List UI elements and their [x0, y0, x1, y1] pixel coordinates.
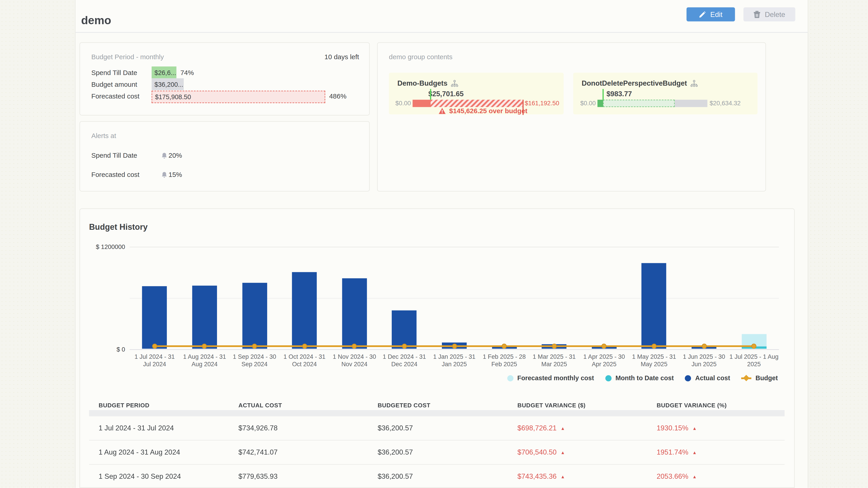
bar-max-label: $20,634.32 — [710, 100, 741, 107]
budget-period-row-label: Budget amount — [91, 80, 137, 88]
pencil-icon — [699, 11, 706, 18]
legend-item-label: Actual cost — [695, 375, 730, 381]
cell-budgeted-cost: $36,200.57 — [368, 424, 508, 432]
group-contents-card-title: demo group contents — [389, 53, 453, 61]
budget-period-card-title: Budget Period - monthly — [91, 53, 164, 61]
edit-button[interactable]: Edit — [686, 7, 735, 21]
budget-point-marker — [651, 344, 656, 348]
table-column-header: BUDGET PERIOD — [89, 401, 229, 408]
variance-up-icon: ▲ — [561, 426, 565, 431]
budget-period-row: Forecasted cost$175,908.50486% — [80, 90, 369, 102]
alerts-card: Alerts at Spend Till Date20%Forecasted c… — [80, 121, 370, 192]
cell-budget-variance-usd: $698,726.21▲ — [508, 424, 647, 432]
cell-budget-period: 1 Sep 2024 - 30 Sep 2024 — [89, 473, 229, 481]
budget-point-marker — [552, 344, 557, 348]
budget-point-marker — [702, 344, 706, 348]
cell-actual-cost: $779,635.93 — [229, 473, 368, 481]
cell-actual-cost: $742,741.07 — [229, 449, 368, 456]
x-axis-label: 1 May 2025 - 31 May 2025 — [629, 353, 679, 367]
over-budget-alert: $145,626.25 over budget — [438, 107, 527, 115]
table-column-header: BUDGET VARIANCE (%) — [647, 401, 784, 408]
x-axis-label: 1 Dec 2024 - 31 Dec 2024 — [379, 353, 429, 367]
legend-mtd-swatch — [605, 375, 612, 381]
variance-pct-value: 1951.74% — [657, 449, 688, 456]
budget-marker-tick — [602, 89, 604, 100]
budget-progress-bar — [597, 100, 707, 107]
group-contents-card: demo group contents Demo-Budgets$25,701.… — [377, 42, 766, 192]
warning-icon — [438, 107, 446, 114]
budget-period-card: Budget Period - monthly 10 days left Spe… — [80, 42, 370, 116]
x-axis-label: 1 Jan 2025 - 31 Jan 2025 — [430, 353, 479, 367]
alerts-card-title: Alerts at — [91, 132, 116, 140]
gridline-mid — [130, 298, 779, 298]
variance-up-icon: ▲ — [692, 475, 697, 480]
x-axis-label: 1 Jul 2024 - 31 Jul 2024 — [130, 353, 179, 367]
actual-cost-bar — [292, 272, 317, 349]
content-column: demo Edit Delete Budget Period - monthly… — [75, 0, 808, 488]
legend-item: Month to Date cost — [605, 375, 674, 381]
alert-threshold-value: 20% — [168, 152, 182, 160]
cell-budget-variance-pct: 1951.74%▲ — [647, 449, 784, 456]
cell-actual-cost: $734,926.78 — [229, 424, 368, 432]
group-budget-name-text: Demo-Budgets — [397, 79, 447, 88]
hierarchy-icon — [690, 80, 698, 87]
budget-history-table: BUDGET PERIODACTUAL COSTBUDGETED COSTBUD… — [89, 399, 784, 488]
cell-budget-variance-pct: 2053.66%▲ — [647, 473, 784, 481]
table-row: 1 Jul 2024 - 31 Jul 2024$734,926.78$36,2… — [89, 416, 784, 441]
budget-row-percent: 486% — [329, 92, 346, 100]
cell-budgeted-cost: $36,200.57 — [368, 449, 508, 456]
budget-point-marker — [402, 344, 407, 348]
x-axis-label: 1 Jun 2025 - 30 Jun 2025 — [679, 353, 729, 367]
actual-cost-bar — [642, 263, 666, 349]
alert-row-label: Spend Till Date — [91, 152, 137, 160]
budget-period-row-label: Spend Till Date — [91, 68, 137, 76]
spend-segment — [597, 100, 603, 107]
budget-point-marker — [302, 344, 307, 348]
alert-row: Spend Till Date20% — [80, 151, 369, 160]
alert-row: Forecasted cost15% — [80, 170, 369, 179]
budget-period-row: Budget amount$36,200.... — [80, 78, 369, 90]
table-column-header: BUDGETED COST — [368, 401, 508, 408]
legend-forecast-swatch — [507, 375, 513, 381]
budget-gray-chip: $36,200.... — [152, 78, 184, 90]
budget-period-row: Spend Till Date$26,6...74% — [80, 66, 369, 78]
axis-baseline — [130, 349, 779, 350]
budget-point-marker — [601, 344, 607, 348]
over-budget-alert-text: $145,626.25 over budget — [449, 107, 527, 115]
x-axis-label: 1 Jul 2025 - 1 Aug 2025 — [729, 353, 779, 367]
delete-button[interactable]: Delete — [743, 7, 795, 21]
actual-cost-bar — [392, 310, 417, 349]
budget-point-marker — [152, 344, 157, 348]
x-axis-label: 1 Oct 2024 - 31 Oct 2024 — [280, 353, 329, 367]
legend-actual-swatch — [685, 375, 691, 381]
x-axis-label: 1 Mar 2025 - 31 Mar 2025 — [529, 353, 579, 367]
actual-cost-bar — [342, 278, 367, 349]
page-title: demo — [81, 14, 111, 27]
actual-cost-bar — [192, 286, 217, 349]
budget-marker-tick — [430, 89, 431, 100]
budget-row-percent: 74% — [180, 68, 194, 76]
delete-button-label: Delete — [765, 10, 785, 18]
bell-icon — [161, 152, 167, 158]
edit-button-label: Edit — [710, 10, 722, 18]
variance-up-icon: ▲ — [692, 426, 697, 431]
variance-usd-value: $706,540.50 — [518, 449, 557, 456]
actual-cost-bar — [142, 287, 167, 349]
page: demo Edit Delete Budget Period - monthly… — [0, 0, 868, 488]
variance-up-icon: ▲ — [561, 475, 565, 480]
table-header-row: BUDGET PERIODACTUAL COSTBUDGETED COSTBUD… — [89, 399, 784, 410]
table-column-header: BUDGET VARIANCE ($) — [508, 401, 647, 408]
variance-up-icon: ▲ — [561, 450, 565, 455]
table-row: 1 Aug 2024 - 31 Aug 2024$742,741.07$36,2… — [89, 441, 784, 465]
legend-item-label: Forecasted monthly cost — [517, 375, 594, 381]
group-budget-amount: $25,701.65 — [428, 90, 464, 98]
hierarchy-icon — [451, 80, 458, 87]
legend-item-label: Budget — [755, 375, 778, 381]
group-budget-item: DonotDeletePerspectiveBudget$983.77$0.00… — [573, 73, 757, 115]
gridline-top — [130, 247, 779, 247]
overage-striped-segment — [431, 100, 522, 107]
table-header-strip — [89, 410, 784, 416]
top-bar: demo Edit Delete — [75, 0, 808, 33]
group-budget-item: Demo-Budgets$25,701.65$145,626.25 over b… — [389, 73, 564, 115]
alert-row-label: Forecasted cost — [91, 171, 140, 179]
